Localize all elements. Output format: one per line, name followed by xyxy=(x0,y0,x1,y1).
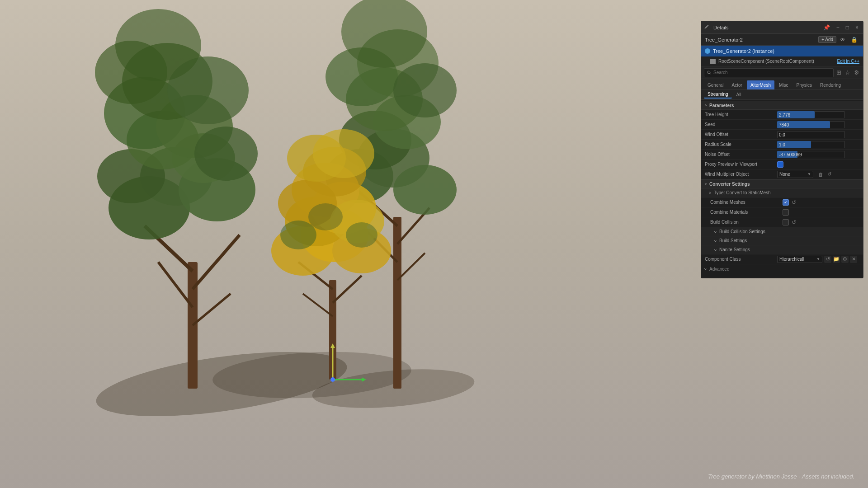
add-button[interactable]: + Add xyxy=(818,36,836,43)
svg-point-1 xyxy=(311,363,476,413)
tab-physics[interactable]: Physics xyxy=(793,80,816,89)
svg-point-59 xyxy=(708,71,710,74)
grid-view-btn[interactable]: ⊞ xyxy=(835,69,842,76)
search-wrapper[interactable] xyxy=(704,68,834,77)
svg-point-48 xyxy=(303,147,366,197)
prop-build-collision-value: ↺ xyxy=(783,219,859,225)
build-collision-reset[interactable]: ↺ xyxy=(791,219,797,225)
combine-materials-checkbox[interactable] xyxy=(783,209,789,216)
prop-noise-offset-value: -87.500069 xyxy=(777,151,859,158)
combine-meshes-checkbox[interactable] xyxy=(783,199,789,206)
build-collision-checkbox[interactable] xyxy=(783,219,789,225)
class-dropdown-value: Hierarchicall xyxy=(779,257,804,262)
titlebar-buttons: 📌 − □ × xyxy=(821,23,860,32)
chevron-advanced xyxy=(704,267,708,271)
svg-line-37 xyxy=(298,262,333,289)
radius-scale-bar[interactable]: 1.0 xyxy=(777,141,845,148)
subsection-nanite-settings[interactable]: Nanite Settings xyxy=(701,245,863,254)
tab-general[interactable]: General xyxy=(704,80,727,89)
prop-radius-scale-value: 1.0 xyxy=(777,141,859,148)
pin-btn[interactable]: 📌 xyxy=(821,23,832,32)
section-advanced[interactable]: Advanced xyxy=(701,264,863,273)
edit-cpp-btn[interactable]: Edit in C++ xyxy=(837,59,859,64)
svg-point-13 xyxy=(127,111,199,169)
seed-bar[interactable]: 7840 xyxy=(777,121,845,128)
svg-point-8 xyxy=(108,176,190,239)
prop-combine-materials-value xyxy=(783,209,859,216)
tab-altermesh[interactable]: AlterMesh xyxy=(747,80,774,89)
svg-point-30 xyxy=(373,95,441,149)
eye-btn[interactable]: 👁 xyxy=(838,36,847,44)
advanced-label: Advanced xyxy=(709,267,729,272)
pencil-icon xyxy=(704,24,711,31)
prop-combine-materials-label: Combine Materials xyxy=(710,210,783,215)
instance-icon xyxy=(705,48,710,54)
prop-wind-multiplier: Wind Multiplier Object None ▼ 🗑 ↺ xyxy=(701,169,863,179)
svg-point-16 xyxy=(194,127,258,181)
svg-marker-55 xyxy=(362,377,366,382)
chevron-bcs xyxy=(714,230,717,234)
section-parameters[interactable]: Parameters xyxy=(701,101,863,110)
star-btn[interactable]: ☆ xyxy=(844,69,851,76)
panel-titlebar: Details 📌 − □ × xyxy=(701,21,863,34)
instance-row[interactable]: Tree_Generator2 (Instance) xyxy=(701,46,863,56)
class-settings-btn[interactable]: ⚙ xyxy=(841,256,849,263)
svg-line-24 xyxy=(366,230,397,262)
noise-offset-bar[interactable]: -87.500069 xyxy=(777,151,845,158)
svg-point-45 xyxy=(292,163,359,217)
svg-point-10 xyxy=(179,158,255,221)
nanite-settings-label: Nanite Settings xyxy=(719,247,750,252)
delete-btn[interactable]: 🗑 xyxy=(817,171,824,178)
subsection-build-settings[interactable]: Build Settings xyxy=(701,236,863,245)
prop-radius-scale: Radius Scale 1.0 xyxy=(701,140,863,150)
prop-build-collision-label: Build Collision xyxy=(710,220,783,225)
tab-streaming[interactable]: Streaming xyxy=(704,91,732,99)
subsection-build-collision-settings[interactable]: Build Collision Settings xyxy=(701,227,863,236)
component-class-dropdown[interactable]: Hierarchicall ▼ xyxy=(777,256,822,263)
section-converter-label: Converter Settings xyxy=(709,182,860,187)
subsection-convert-label: Type: Convert to StaticMesh xyxy=(714,190,771,195)
tab-rendering[interactable]: Rendering xyxy=(816,80,844,89)
svg-line-5 xyxy=(193,235,240,289)
tab-misc[interactable]: Misc xyxy=(775,80,792,89)
prop-seed: Seed 7840 xyxy=(701,120,863,130)
tree-height-bar[interactable]: 2.776 xyxy=(777,111,845,118)
refresh-btn[interactable]: ↺ xyxy=(826,171,833,178)
wind-offset-text: 0.0 xyxy=(779,132,785,137)
noise-offset-text: -87.500069 xyxy=(779,152,802,157)
lock-btn[interactable]: 🔒 xyxy=(849,36,859,44)
prop-radius-scale-label: Radius Scale xyxy=(705,142,777,147)
chevron-convert xyxy=(708,191,712,195)
proxy-preview-checkbox[interactable] xyxy=(777,161,783,168)
class-close-btn[interactable]: ✕ xyxy=(850,256,857,263)
settings-btn[interactable]: ⚙ xyxy=(853,69,860,76)
subsection-convert-static-mesh[interactable]: Type: Convert to StaticMesh xyxy=(701,188,863,197)
svg-point-47 xyxy=(330,200,384,243)
section-converter[interactable]: Converter Settings xyxy=(701,179,863,188)
prop-tree-height: Tree Height 2.776 xyxy=(701,110,863,120)
search-input[interactable] xyxy=(713,70,830,75)
wind-multiplier-dropdown[interactable]: None ▼ xyxy=(777,171,813,178)
svg-line-60 xyxy=(710,73,712,75)
maximize-btn[interactable]: □ xyxy=(844,23,851,32)
wind-offset-bar[interactable]: 0.0 xyxy=(777,131,845,138)
prop-noise-offset-label: Noise Offset xyxy=(705,152,777,157)
prop-wind-multiplier-value: None ▼ 🗑 ↺ xyxy=(777,171,859,178)
svg-point-43 xyxy=(285,197,348,246)
svg-line-6 xyxy=(158,262,193,307)
svg-point-33 xyxy=(357,29,439,97)
class-browse-btn[interactable]: 📁 xyxy=(833,256,840,263)
prop-wind-offset: Wind Offset 0.0 xyxy=(701,130,863,140)
actor-name-row: Tree_Generator2 + Add 👁 🔒 xyxy=(701,34,863,46)
root-component-text: RootSceneComponent (SceneRootComponent) xyxy=(718,59,837,64)
svg-point-2 xyxy=(212,347,413,403)
combine-meshes-reset[interactable]: ↺ xyxy=(791,199,797,206)
actor-actions: + Add 👁 🔒 xyxy=(818,36,859,44)
build-collision-settings-label: Build Collision Settings xyxy=(719,229,765,234)
tab-all[interactable]: All xyxy=(733,91,745,98)
minimize-btn[interactable]: − xyxy=(835,23,841,32)
prop-wind-offset-label: Wind Offset xyxy=(705,132,777,137)
class-refresh-btn[interactable]: ↺ xyxy=(824,256,831,263)
tab-actor[interactable]: Actor xyxy=(728,80,746,89)
close-btn[interactable]: × xyxy=(854,23,860,32)
